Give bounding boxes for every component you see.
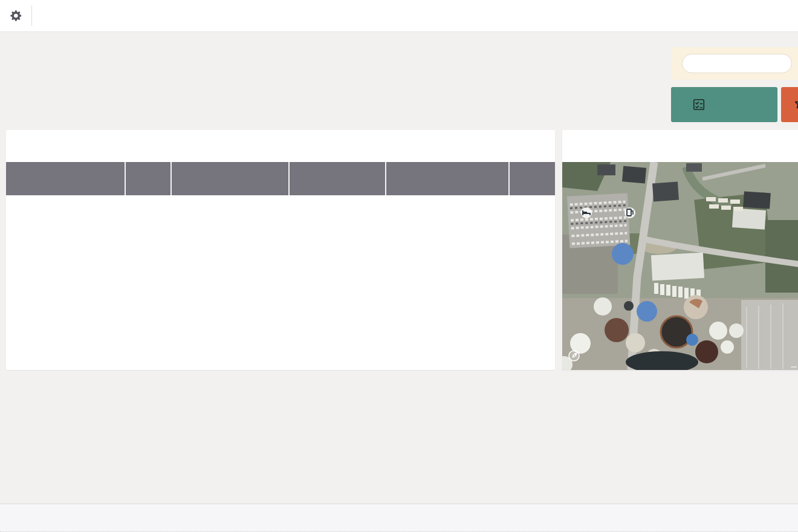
satellite-map[interactable]	[562, 162, 798, 370]
mapbox-logo[interactable]	[568, 350, 583, 362]
map-attribution[interactable]	[791, 366, 797, 368]
header-separator	[170, 162, 172, 195]
map-marker-layer	[562, 162, 798, 370]
settings-button[interactable]	[0, 10, 31, 22]
top-bar	[0, 0, 798, 32]
alerts-button[interactable]	[781, 87, 798, 122]
column-header-permit	[178, 162, 285, 195]
live-permits-panel	[562, 130, 798, 370]
header-divider	[31, 5, 32, 26]
checklist-icon	[692, 98, 706, 111]
mapbox-logo-icon	[568, 350, 580, 362]
header-separator	[288, 162, 290, 195]
search-input[interactable]	[682, 54, 792, 73]
column-header-contractor	[71, 162, 124, 195]
diary-table-body	[6, 195, 555, 370]
bottom-navigation	[0, 504, 798, 532]
header-separator	[125, 162, 126, 195]
permit-dashboard-page: { "header": { "app_title": "Permit To Wo…	[0, 0, 798, 532]
gear-icon	[10, 10, 22, 22]
actions-row	[671, 87, 798, 122]
diary-table-header	[6, 162, 555, 195]
header-month-separator	[508, 162, 510, 195]
permits-diary-panel	[6, 130, 555, 370]
column-header-job-site	[129, 162, 167, 195]
search-panel	[671, 47, 798, 80]
star-burst-icon	[793, 97, 798, 114]
view-all-permits-button[interactable]	[671, 87, 777, 122]
header-month-separator	[385, 162, 386, 195]
